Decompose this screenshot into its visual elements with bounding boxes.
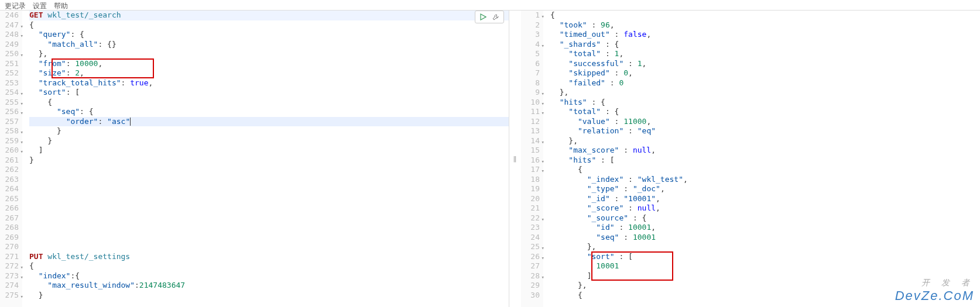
line-number: 6 [521,59,540,69]
code-line[interactable]: } [29,136,509,146]
code-line[interactable] [29,175,509,185]
line-number: 9 [521,88,540,98]
code-line[interactable]: "hits" : { [550,98,980,108]
line-number: 22 [521,213,540,223]
code-line[interactable]: { [29,261,509,271]
code-line[interactable] [29,165,509,175]
tab-settings[interactable]: 设置 [33,1,47,9]
code-line[interactable]: "index":{ [29,271,509,281]
code-line[interactable]: GET wkl_test/_search [29,11,509,20]
line-number: 8 [521,78,540,88]
line-number: 20 [521,194,540,204]
code-line[interactable]: "sort" : [ [550,252,980,262]
code-line[interactable]: "took" : 96, [550,20,980,30]
tab-help[interactable]: 帮助 [54,1,68,9]
code-line[interactable]: "failed" : 0 [550,78,980,88]
pane-divider[interactable]: ‖ [509,11,521,307]
line-number: 5 [521,49,540,59]
line-number: 246 [0,11,19,20]
code-line[interactable]: "max_result_window":2147483647 [29,281,509,291]
code-line[interactable]: "order": "asc" [29,117,509,127]
code-line[interactable]: } [29,156,509,165]
run-button[interactable] [478,12,488,22]
line-number: 3 [521,30,540,40]
code-line[interactable]: }, [550,136,980,146]
code-line[interactable]: "timed_out" : false, [550,30,980,40]
code-line[interactable]: "_shards" : { [550,40,980,50]
code-line[interactable] [29,203,509,213]
line-number: 256 [0,107,19,117]
request-pane: 2462472482492502512522532542552562572582… [0,11,509,307]
code-line[interactable]: "relation" : "eq" [550,126,980,136]
action-bar [475,11,504,23]
code-line[interactable]: } [29,126,509,136]
code-line[interactable]: "seq" : 10001 [550,233,980,243]
code-line[interactable]: { [550,11,980,20]
line-number: 260 [0,146,19,156]
code-line[interactable] [29,233,509,243]
main-split: 2462472482492502512522532542552562572582… [0,11,980,307]
code-line[interactable] [29,184,509,194]
line-number: 4 [521,40,540,50]
line-number: 267 [0,213,19,223]
code-line[interactable]: "sort": [ [29,88,509,98]
wrench-button[interactable] [491,12,501,22]
code-line[interactable] [29,194,509,204]
line-number: 261 [0,156,19,165]
line-number: 263 [0,175,19,185]
line-number: 247 [0,20,19,30]
line-number: 272 [0,261,19,271]
code-line[interactable]: { [550,291,980,301]
code-line[interactable]: "total" : { [550,107,980,117]
code-line[interactable]: "_score" : null, [550,203,980,213]
line-number: 28 [521,271,540,281]
line-number: 271 [0,252,19,262]
code-line[interactable]: ] [550,271,980,281]
code-line[interactable]: { [29,98,509,108]
code-line[interactable]: }, [29,49,509,59]
code-line[interactable]: "query": { [29,30,509,40]
code-line[interactable]: }, [550,242,980,252]
code-line[interactable]: }, [550,88,980,98]
code-line[interactable]: "size": 2, [29,68,509,78]
line-number: 270 [0,242,19,252]
code-line[interactable]: "from": 10000, [29,59,509,69]
code-line[interactable]: "id" : 10001, [550,223,980,233]
line-number: 17 [521,165,540,175]
code-line[interactable]: "_index" : "wkl_test", [550,175,980,185]
line-number: 13 [521,126,540,136]
line-number: 7 [521,68,540,78]
code-line[interactable]: 10001 [550,261,980,271]
code-line[interactable] [29,213,509,223]
line-number: 23 [521,223,540,233]
code-line[interactable]: "max_score" : null, [550,146,980,156]
line-number: 10 [521,98,540,108]
code-line[interactable]: "_source" : { [550,213,980,223]
line-number: 25 [521,242,540,252]
code-line[interactable]: "_id" : "10001", [550,194,980,204]
code-line[interactable]: "seq": { [29,107,509,117]
line-number: 1 [521,11,540,20]
line-number: 12 [521,117,540,127]
code-line[interactable]: "track_total_hits": true, [29,78,509,88]
code-line[interactable]: "total" : 1, [550,49,980,59]
line-number: 16 [521,156,540,165]
code-line[interactable]: "skipped" : 0, [550,68,980,78]
line-number: 269 [0,233,19,243]
code-line[interactable]: } [29,291,509,301]
code-line[interactable]: }, [550,281,980,291]
code-line[interactable]: "hits" : [ [550,156,980,165]
code-line[interactable]: PUT wkl_test/_settings [29,252,509,262]
code-line[interactable]: ] [29,146,509,156]
code-line[interactable] [29,223,509,233]
request-editor[interactable]: 2462472482492502512522532542552562572582… [0,11,509,307]
line-number: 252 [0,68,19,78]
code-line[interactable]: { [29,20,509,30]
tab-history[interactable]: 更记录 [5,1,26,9]
code-line[interactable]: "_type" : "_doc", [550,184,980,194]
code-line[interactable]: "value" : 11000, [550,117,980,127]
code-line[interactable]: "match_all": {} [29,40,509,50]
code-line[interactable] [29,242,509,252]
code-line[interactable]: "successful" : 1, [550,59,980,69]
code-line[interactable]: { [550,165,980,175]
